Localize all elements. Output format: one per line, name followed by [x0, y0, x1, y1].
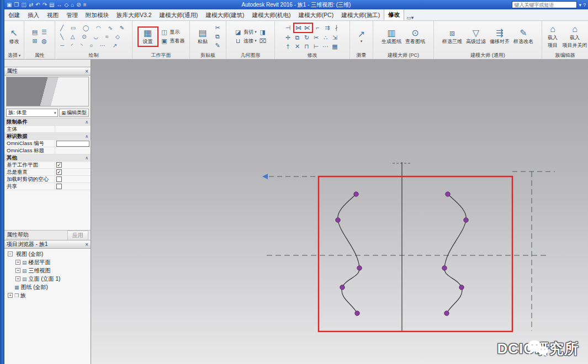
box-rename-button[interactable]: ✎ 框选改名: [512, 28, 534, 46]
tree-item-3d-views[interactable]: + ▤ 三维视图: [4, 266, 91, 275]
reference-plane-end-marker[interactable]: [262, 174, 268, 179]
edit-type-button[interactable]: ⊞ 编辑类型: [59, 109, 89, 117]
expander-icon[interactable]: +: [15, 276, 20, 281]
modify-select-button[interactable]: ↖ 修改: [6, 28, 23, 46]
apply-button[interactable]: 应用: [67, 231, 88, 240]
omniclass-number-input[interactable]: [56, 141, 89, 147]
rotate-icon[interactable]: ↻: [303, 34, 311, 42]
trim-icon[interactable]: ✂: [312, 34, 321, 42]
generate-drawing-button[interactable]: ▥ 生成图纸: [380, 28, 402, 46]
ribbon-options-icon[interactable]: ▭▾: [406, 15, 414, 20]
draw-tools-row-1[interactable]: ╱ ▭ ◯ ◠ ∿ ✎: [60, 24, 127, 32]
split-icon[interactable]: ∤: [332, 24, 341, 32]
mirror-draw-axis-icon[interactable]: ⋉: [303, 24, 312, 32]
control-point[interactable]: [459, 285, 464, 290]
load-into-project-close-button[interactable]: ⌂ 载入 项目并关闭: [563, 24, 586, 50]
box-select-3d-button[interactable]: ⧈ 框选三维: [441, 28, 463, 46]
tab-mc-mep[interactable]: 建模大师(机电): [248, 10, 295, 20]
print-icon[interactable]: ▤: [49, 2, 54, 8]
property-row-cut-voids[interactable]: 加载时剪切的空心: [4, 176, 91, 183]
cut-voids-checkbox[interactable]: [56, 176, 62, 182]
close-icon[interactable]: ×: [85, 242, 88, 248]
family-types-icon[interactable]: ☰: [40, 28, 49, 36]
pin-icon[interactable]: †: [284, 42, 293, 51]
delete-icon[interactable]: ✕: [293, 42, 302, 51]
property-group-other[interactable]: 其他∧: [4, 154, 91, 162]
property-row-omniclass-title[interactable]: OmniClass 标题: [4, 147, 91, 154]
search-dropdown-icon[interactable]: ▾: [579, 2, 581, 8]
drawing-canvas[interactable]: DCIC研究所: [91, 60, 588, 364]
unjoin-icon[interactable]: ⊢: [312, 42, 321, 51]
property-row-omniclass-number[interactable]: OmniClass 编号: [4, 140, 91, 147]
properties-icon[interactable]: ▤: [30, 28, 39, 36]
tab-modify[interactable]: 修改: [384, 9, 404, 20]
cut-to-clipboard-icon[interactable]: ✂: [213, 24, 222, 32]
offset-icon[interactable]: ⇉: [323, 24, 332, 32]
tree-item-families[interactable]: + ❒ 族: [4, 291, 91, 299]
tab-mc-architecture[interactable]: 建模大师(建筑): [202, 10, 248, 20]
close-icon[interactable]: ×: [85, 68, 88, 74]
draw-tools-row-2[interactable]: ╲ △ ⊙ ◡ ≈ ◇: [60, 33, 127, 41]
properties-help-link[interactable]: 属性帮助: [7, 231, 29, 239]
show-workplane-button[interactable]: ◫ 显示: [160, 28, 185, 36]
offset-align-button[interactable]: ⇶ 偏移对齐: [489, 28, 511, 46]
property-group-identity-data[interactable]: 标识数据∧: [4, 133, 91, 140]
load-into-project-button[interactable]: ⌂ 载入 项目: [544, 24, 561, 50]
control-point[interactable]: [464, 218, 468, 222]
control-point[interactable]: [444, 311, 449, 315]
thin-lines-icon[interactable]: ≡: [83, 2, 87, 8]
shared-checkbox[interactable]: [56, 184, 62, 189]
properties-palette-header[interactable]: 属性 ×: [4, 67, 91, 76]
join-geometry-button[interactable]: ⊔ 连接 ▾: [234, 37, 257, 45]
spline-left[interactable]: [338, 194, 359, 313]
open-icon[interactable]: ❒: [14, 2, 19, 8]
cope-icon[interactable]: ⌐: [314, 24, 322, 32]
expander-icon[interactable]: [8, 285, 13, 290]
measure-icon[interactable]: ↔: [57, 2, 62, 8]
tab-mc-general[interactable]: 建模大师(通用): [156, 10, 202, 20]
property-row-host[interactable]: 主体: [4, 126, 91, 133]
tag-icon[interactable]: ◇: [65, 2, 69, 8]
grid-icon[interactable]: ▦: [331, 42, 340, 51]
match-type-icon[interactable]: ✎: [213, 41, 222, 50]
collapse-icon[interactable]: ∧: [85, 134, 91, 139]
tab-mc-pc[interactable]: 建模大师(PC): [295, 10, 338, 20]
control-point[interactable]: [442, 266, 447, 270]
demolish-icon[interactable]: ⌧: [258, 37, 267, 45]
copy-icon[interactable]: ⧉: [293, 34, 302, 42]
tab-create[interactable]: 创建: [4, 10, 24, 20]
tab-insert[interactable]: 插入: [24, 10, 43, 20]
tree-item-views[interactable]: − 视图 (全部): [4, 250, 91, 258]
more-tools-icon[interactable]: ⋯: [321, 42, 330, 51]
move-icon[interactable]: ✛: [284, 34, 293, 42]
tab-mc-construction[interactable]: 建模大师(施工): [337, 10, 384, 20]
search-input[interactable]: [512, 1, 577, 8]
control-point[interactable]: [354, 192, 358, 196]
expander-icon[interactable]: +: [15, 268, 20, 273]
draw-tools-row-3[interactable]: ─ ◜ ◝ ○ ⋯ ↗: [60, 41, 127, 50]
array-icon[interactable]: ∴: [321, 34, 330, 42]
expander-icon[interactable]: +: [15, 260, 20, 265]
tree-item-elevations[interactable]: + ▤ 立面 (立面 1): [4, 275, 91, 283]
type-selector-dropdown[interactable]: 族: 体量 ▾: [6, 109, 58, 117]
tab-view[interactable]: 视图: [43, 10, 62, 20]
undo-icon[interactable]: ↶: [35, 2, 40, 8]
expander-icon[interactable]: +: [8, 293, 13, 298]
redo-icon[interactable]: ↷: [43, 2, 47, 8]
spline-right[interactable]: [444, 194, 466, 313]
control-point[interactable]: [357, 266, 362, 270]
collapse-icon[interactable]: ∧: [85, 120, 91, 125]
section-icon[interactable]: ⊘: [76, 2, 81, 8]
tab-family-library-master[interactable]: 族库大师V3.2: [113, 10, 156, 20]
workplane-viewer-button[interactable]: ▣ 查看器: [160, 37, 185, 45]
copy-to-clipboard-icon[interactable]: ⧉: [213, 33, 222, 41]
control-point[interactable]: [446, 192, 450, 196]
align-icon[interactable]: ⊣: [284, 24, 293, 32]
work-plane-based-checkbox[interactable]: ✓: [56, 162, 62, 168]
sync-icon[interactable]: ⇄: [29, 2, 33, 8]
tree-item-sheets[interactable]: ▦ 图纸 (全部): [4, 283, 91, 291]
save-icon[interactable]: ◫: [21, 2, 26, 8]
property-group-constraints[interactable]: 限制条件∧: [4, 119, 91, 126]
cut-geometry-button[interactable]: ◪ 剪切 ▾: [234, 28, 257, 36]
tab-addins[interactable]: 附加模块: [82, 10, 113, 20]
